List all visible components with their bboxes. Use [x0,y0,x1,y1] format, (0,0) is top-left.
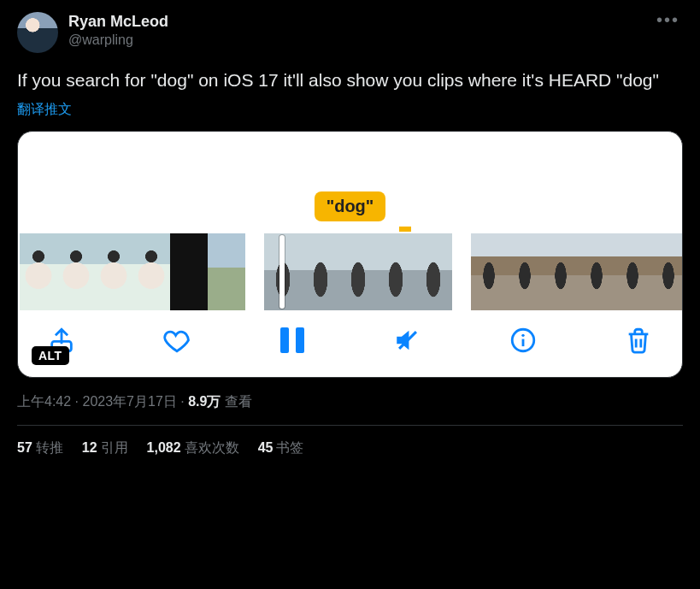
divider [17,425,683,426]
media-card[interactable]: "dog" [17,131,683,378]
thumbnail [339,233,377,310]
thumbnail [95,233,132,310]
tweet-meta: 上午4:42 · 2023年7月17日 · 8.9万 查看 [17,393,683,411]
tweet-text: If you search for "dog" on iOS 17 it'll … [17,68,683,92]
tweet-header: Ryan McLeod @warpling ••• [17,12,683,53]
bookmarks-stat[interactable]: 45书签 [258,439,304,457]
clip-1[interactable] [20,233,245,310]
meta-time[interactable]: 上午4:42 [17,394,71,409]
heart-icon[interactable] [159,322,195,358]
scrubber-mark [399,227,411,232]
tweet: Ryan McLeod @warpling ••• If you search … [0,0,700,457]
thumbnail [471,233,507,310]
thumbnail [302,233,339,310]
meta-date[interactable]: 2023年7月17日 [82,394,176,409]
retweets-stat[interactable]: 57转推 [17,439,63,457]
info-icon[interactable] [505,322,541,358]
clip-2[interactable] [264,233,452,310]
tweet-stats: 57转推 12引用 1,082喜欢次数 45书签 [17,439,683,457]
search-tag-wrap: "dog" [18,191,682,221]
clip-3[interactable] [471,233,682,310]
mute-icon[interactable] [390,322,426,358]
views-label: 查看 [221,394,251,409]
search-tag: "dog" [315,191,386,221]
thumbnail [615,233,650,310]
thumbnail [415,233,452,310]
avatar[interactable] [17,12,58,53]
svg-point-2 [521,334,524,337]
thumbnail [543,233,579,310]
translate-link[interactable]: 翻译推文 [17,101,72,119]
trash-icon[interactable] [621,322,656,358]
handle: @warpling [68,32,168,49]
thumbnail [377,233,415,310]
playhead[interactable] [279,235,285,309]
display-name: Ryan McLeod [68,12,168,32]
likes-stat[interactable]: 1,082喜欢次数 [147,439,239,457]
thumbnail [507,233,543,310]
media-inner: "dog" [18,132,682,377]
thumbnail [170,233,208,310]
views-count: 8.9万 [188,394,221,409]
pause-icon[interactable] [274,322,310,358]
media-toolbar [18,310,682,358]
thumbnail [57,233,95,310]
filmstrip[interactable] [18,233,682,310]
author-block[interactable]: Ryan McLeod @warpling [68,12,168,49]
thumbnail [132,233,170,310]
quotes-stat[interactable]: 12引用 [82,439,128,457]
alt-badge[interactable]: ALT [32,346,69,365]
thumbnail [579,233,615,310]
thumbnail [20,233,57,310]
thumbnail [650,233,682,310]
thumbnail [208,233,245,310]
more-icon[interactable]: ••• [656,10,679,30]
